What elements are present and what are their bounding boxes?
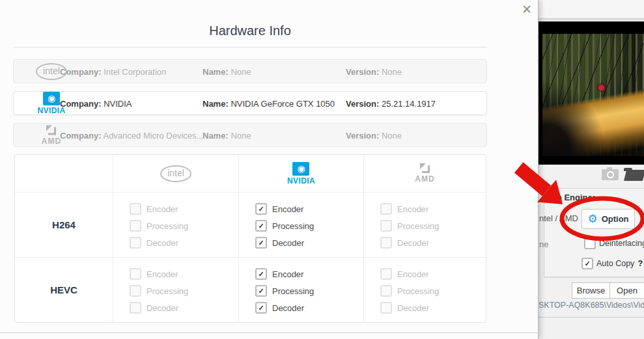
table-row-hevc: HEVC Encoder Processing Decoder Encoder … xyxy=(15,257,486,322)
snapshot-camera-icon[interactable] xyxy=(602,169,619,180)
table-row-h264: H264 Encoder Processing Decoder Encoder … xyxy=(15,192,486,257)
h264-intel-encoder-checkbox[interactable] xyxy=(130,203,141,215)
auto-copy-checkbox[interactable] xyxy=(581,258,593,269)
intel-logo-icon: intel xyxy=(160,165,191,182)
app-top-strip xyxy=(539,0,644,20)
background-app-panel: tion Engine: ntel / AMD ⚙ Option ne Dein… xyxy=(539,0,644,339)
hevc-intel-encoder-checkbox[interactable] xyxy=(130,268,141,280)
open-folder-icon[interactable] xyxy=(624,168,643,181)
option-button[interactable]: ⚙ Option xyxy=(581,209,635,229)
hevc-intel-processing-checkbox[interactable] xyxy=(130,285,141,297)
h264-intel-processing-checkbox[interactable] xyxy=(130,220,141,232)
company-field: Company: Intel Corporation xyxy=(60,66,166,76)
screen: tion Engine: ntel / AMD ⚙ Option ne Dein… xyxy=(0,0,644,339)
hevc-nvidia-cell: Encoder Processing Decoder xyxy=(238,258,363,322)
auto-copy-label: Auto Copy xyxy=(596,259,634,268)
version-field: Version: None xyxy=(346,66,402,76)
gear-icon: ⚙ xyxy=(587,213,597,224)
version-field: Version: None xyxy=(346,130,402,140)
hardware-info-dialog: ✕ Hardware Info intel Company: Intel Cor… xyxy=(0,0,539,339)
hevc-nvidia-encoder-checkbox[interactable] xyxy=(255,268,267,280)
h264-amd-processing-checkbox[interactable] xyxy=(380,220,392,232)
company-field: Company: NVIDIA xyxy=(60,98,132,108)
nvidia-logo-icon: ◉ NVIDIA xyxy=(287,162,315,185)
hevc-nvidia-decoder-checkbox[interactable] xyxy=(255,302,267,314)
empty-header-cell xyxy=(15,155,113,192)
acceleration-engine-label: tion Engine: xyxy=(546,193,595,202)
hevc-nvidia-processing-checkbox[interactable] xyxy=(255,285,267,297)
intel-column-header: intel xyxy=(113,155,238,192)
h264-intel-cell: Encoder Processing Decoder xyxy=(113,193,238,257)
video-preview xyxy=(539,21,644,165)
codec-support-table: intel ◉ NVIDIA AMD H264 xyxy=(14,154,486,323)
title-divider xyxy=(13,47,487,47)
company-field: Company: Advanced Micro Devices... xyxy=(60,130,203,140)
h264-amd-encoder-checkbox[interactable] xyxy=(380,203,392,215)
hardware-card-intel: intel Company: Intel Corporation Name: N… xyxy=(13,59,487,83)
help-icon[interactable]: ? xyxy=(637,259,643,268)
hevc-amd-decoder-checkbox[interactable] xyxy=(380,302,392,314)
h264-nvidia-decoder-checkbox[interactable] xyxy=(255,237,267,249)
codec-label: H264 xyxy=(15,193,113,257)
auto-copy-option: Auto Copy ? xyxy=(581,258,643,269)
h264-amd-cell: Encoder Processing Decoder xyxy=(363,193,486,257)
amd-logo-icon: AMD xyxy=(415,163,434,183)
name-field: Name: NVIDIA GeForce GTX 1050 xyxy=(203,98,335,108)
nvidia-column-header: ◉ NVIDIA xyxy=(238,155,363,192)
output-path-text: SKTOP-AQ8K685\Videos\Vide... xyxy=(539,301,644,310)
h264-nvidia-processing-checkbox[interactable] xyxy=(255,220,267,232)
deinterlacing-option: Deinterlacing xyxy=(584,237,644,249)
h264-nvidia-encoder-checkbox[interactable] xyxy=(255,203,267,215)
browse-button[interactable]: Browse xyxy=(572,282,610,299)
panel-divider xyxy=(544,277,644,278)
close-icon[interactable]: ✕ xyxy=(520,2,533,17)
engine-value-text: ntel / AMD xyxy=(539,213,578,223)
deinterlacing-checkbox[interactable] xyxy=(584,237,596,249)
table-header-row: intel ◉ NVIDIA AMD xyxy=(15,155,486,192)
video-frame-image xyxy=(542,34,644,156)
h264-intel-decoder-checkbox[interactable] xyxy=(130,237,141,249)
amd-column-header: AMD xyxy=(363,155,486,192)
name-field: Name: None xyxy=(203,66,251,76)
hevc-amd-encoder-checkbox[interactable] xyxy=(380,268,392,280)
name-field: Name: None xyxy=(203,130,251,140)
h264-amd-decoder-checkbox[interactable] xyxy=(380,237,392,249)
dialog-bottom-divider xyxy=(0,332,539,333)
version-field: Version: 25.21.14.1917 xyxy=(346,98,436,108)
codec-label: HEVC xyxy=(15,258,113,322)
truncated-text: ne xyxy=(539,239,548,249)
hevc-intel-cell: Encoder Processing Decoder xyxy=(113,258,238,322)
hevc-amd-processing-checkbox[interactable] xyxy=(380,285,392,297)
hevc-amd-cell: Encoder Processing Decoder xyxy=(363,258,486,322)
h264-nvidia-cell: Encoder Processing Decoder xyxy=(238,193,363,257)
hevc-intel-decoder-checkbox[interactable] xyxy=(130,302,141,314)
panel-divider xyxy=(539,317,644,318)
hardware-card-nvidia: ◉ NVIDIA Company: NVIDIA Name: NVIDIA Ge… xyxy=(13,91,487,115)
option-button-label: Option xyxy=(602,214,629,224)
hardware-card-amd: AMD Company: Advanced Micro Devices... N… xyxy=(13,123,487,147)
dialog-title: Hardware Info xyxy=(13,23,487,38)
deinterlacing-label: Deinterlacing xyxy=(599,239,644,248)
open-button[interactable]: Open xyxy=(609,282,644,299)
